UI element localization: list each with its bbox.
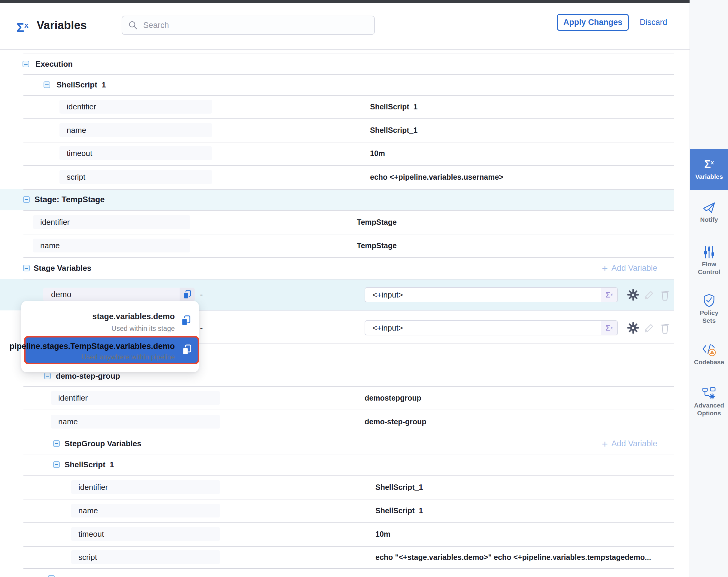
code-warning-icon — [702, 342, 717, 357]
sidebar-item-codebase[interactable]: Codebase — [690, 342, 728, 366]
row-divider — [23, 279, 674, 279]
search-icon — [128, 20, 138, 31]
field-label-pill: script — [59, 170, 212, 184]
collapse-icon[interactable] — [44, 373, 51, 379]
scoped-variable-path[interactable]: stage.variables.demo — [92, 312, 175, 321]
variable-delete-button[interactable] — [658, 321, 672, 334]
variable-value-input[interactable]: <+input> Σx — [365, 320, 618, 335]
copy-variable-button[interactable] — [180, 287, 194, 301]
field-label-pill: name — [33, 239, 190, 252]
sidebar-item-label: FlowControl — [690, 260, 728, 276]
gear-icon — [627, 289, 639, 301]
top-dark-strip — [0, 0, 690, 3]
tree-node-execution[interactable]: Execution — [35, 53, 73, 75]
add-variable-label: Add Variable — [612, 439, 657, 448]
search-input[interactable] — [142, 20, 354, 30]
copy-path-button[interactable] — [181, 315, 191, 328]
variable-edit-button[interactable] — [642, 321, 655, 334]
tree-node-shellscript[interactable]: ShellScript_1 — [56, 75, 106, 95]
field-label-pill: timeout — [59, 146, 212, 160]
copy-path-button[interactable] — [182, 344, 192, 357]
fqn-variable-item-highlighted[interactable]: pipeline.stages.TempStage.variables.demo… — [24, 336, 199, 364]
variable-value-input[interactable]: <+input> Σx — [365, 287, 618, 302]
collapse-icon[interactable] — [23, 196, 30, 203]
tree-node-shellscript[interactable]: ShellScript_1 — [64, 454, 114, 475]
collapse-icon[interactable] — [23, 61, 29, 67]
field-value: ShellScript_1 — [375, 504, 423, 518]
row-divider — [23, 568, 674, 569]
field-label: name — [58, 417, 78, 426]
apply-changes-button[interactable]: Apply Changes — [557, 14, 629, 31]
row-divider — [23, 410, 674, 410]
tree-node-stepgroup-variables[interactable]: StepGroup Variables — [64, 434, 141, 454]
field-label: script — [78, 553, 97, 562]
collapse-icon[interactable] — [44, 81, 50, 88]
tree-node-stage[interactable]: Stage: TempStage — [34, 189, 105, 210]
field-value: ShellScript_1 — [370, 100, 417, 114]
variable-value: <+input> — [365, 323, 601, 333]
field-label: name — [78, 506, 98, 516]
add-variable-button[interactable]: +Add Variable — [602, 434, 657, 454]
header-divider — [0, 49, 690, 50]
field-value: TempStage — [357, 215, 397, 229]
row-divider — [23, 118, 674, 119]
row-divider — [23, 95, 674, 96]
row-divider — [23, 257, 674, 258]
sidebar-item-advanced-options[interactable]: AdvancedOptions — [690, 386, 728, 417]
sidebar-item-label: Notify — [690, 216, 728, 224]
variable-name-pill: demo — [43, 287, 180, 301]
sigma-glyph: Σ — [17, 20, 24, 34]
variable-settings-button[interactable] — [626, 321, 640, 334]
row-divider — [23, 189, 674, 190]
tree-node-stage-variables[interactable]: Stage Variables — [34, 257, 91, 279]
row-divider — [23, 234, 674, 234]
add-variable-button[interactable]: +Add Variable — [602, 257, 657, 279]
field-label-pill: identifier — [59, 100, 212, 114]
field-label: identifier — [67, 102, 96, 111]
search-box[interactable] — [122, 16, 375, 35]
copy-icon — [181, 315, 191, 326]
row-divider — [23, 454, 674, 454]
collapse-icon[interactable] — [48, 575, 55, 577]
field-label: identifier — [78, 483, 108, 492]
required-dash: - — [200, 287, 203, 301]
field-label: name — [67, 126, 86, 135]
field-label: identifier — [40, 218, 70, 227]
sidebar-item-flow-control[interactable]: FlowControl — [690, 245, 728, 276]
list-top-divider — [23, 53, 674, 53]
field-value: echo "<+stage.variables.demo>" echo <+pi… — [375, 550, 651, 564]
variable-delete-button[interactable] — [658, 288, 672, 301]
sliders-icon — [702, 245, 716, 259]
scoped-variable-hint: Used within its stage — [111, 325, 175, 333]
row-divider — [23, 165, 674, 166]
discard-button[interactable]: Discard — [640, 14, 667, 31]
sidebar-item-policy-sets[interactable]: PolicySets — [690, 293, 728, 325]
field-label: script — [67, 173, 85, 182]
field-label-pill: name — [59, 123, 212, 137]
variable-edit-button[interactable] — [642, 288, 655, 301]
row-divider — [23, 546, 674, 547]
expression-sigma-button[interactable]: Σx — [601, 321, 617, 335]
field-value: 10m — [370, 146, 385, 160]
collapse-icon[interactable] — [53, 440, 60, 447]
required-dash: - — [200, 321, 203, 335]
flowchart-gear-icon — [702, 386, 717, 400]
expression-sigma-button[interactable]: Σx — [601, 288, 617, 302]
field-label-pill: identifier — [71, 480, 220, 494]
pencil-icon — [643, 289, 655, 301]
sidebar-item-notify[interactable]: Notify — [690, 201, 728, 224]
field-value: demo-step-group — [365, 415, 426, 429]
variable-value: <+input> — [365, 290, 601, 300]
sidebar-item-variables[interactable]: Σx Variables — [690, 149, 728, 190]
field-value: ShellScript_1 — [375, 480, 423, 494]
field-label-pill: name — [51, 415, 220, 429]
collapse-icon[interactable] — [23, 265, 30, 271]
field-label-pill: name — [71, 504, 220, 518]
field-label: timeout — [67, 149, 92, 158]
field-value: ShellScript_1 — [370, 123, 417, 137]
field-label: name — [40, 241, 60, 250]
variable-settings-button[interactable] — [626, 288, 640, 301]
sidebar-item-label: Variables — [690, 173, 728, 181]
row-divider — [23, 210, 674, 211]
collapse-icon[interactable] — [53, 461, 60, 468]
